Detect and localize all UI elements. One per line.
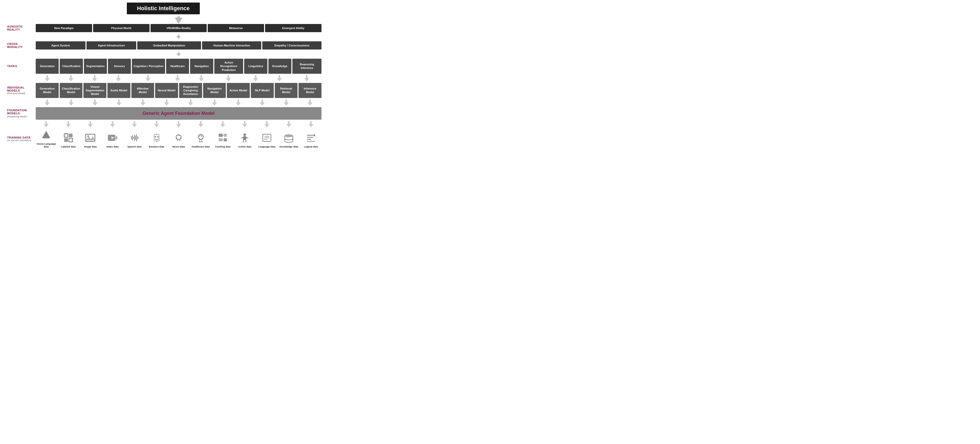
svg-marker-17	[175, 78, 180, 81]
foundation-label-sub: (Pretraining Model)	[7, 115, 34, 118]
cross-content: Agent System Agent Infrastructure Embodi…	[36, 41, 321, 49]
svg-marker-13	[116, 78, 121, 81]
arrow-row-indiv-found	[5, 99, 321, 106]
cross-cell-1: Agent Infrastructure	[86, 41, 136, 49]
foundation-text-span: Generic Agent Foundation Model	[143, 111, 215, 116]
arrow-f7	[190, 121, 211, 128]
indiv-cell-2: Vision/ Segmentation Model	[83, 83, 107, 98]
arrow-t1	[59, 75, 82, 82]
arrow-i2	[83, 99, 107, 106]
vision-language-icon	[41, 130, 51, 142]
indiv-cell-9: NLP Model	[251, 83, 274, 98]
arrow-t2	[83, 75, 106, 82]
svg-point-128	[243, 134, 246, 136]
svg-marker-67	[198, 124, 204, 127]
arrow-i0	[36, 99, 59, 106]
arrow-f0	[36, 121, 57, 128]
data-label-4: Speech data	[127, 145, 142, 148]
svg-marker-43	[212, 102, 217, 106]
indiv-cell-8: Action Model	[227, 83, 250, 98]
arrow-f9	[234, 121, 255, 128]
training-label-main: TRAINING DATA	[7, 136, 34, 139]
svg-marker-45	[236, 102, 241, 106]
arrow-row-found-train	[5, 121, 321, 128]
logical-icon	[306, 133, 316, 144]
data-label-2: Image data	[84, 145, 97, 148]
language-icon	[262, 133, 272, 144]
indiv-cell-5: Neural Model	[155, 83, 178, 98]
svg-point-90	[87, 135, 89, 137]
svg-marker-59	[110, 124, 115, 127]
svg-marker-57	[88, 124, 93, 127]
agnostic-cell-1: Physical World	[93, 24, 150, 32]
arrow-i10	[275, 99, 298, 106]
action-icon	[240, 133, 250, 144]
agnostic-content: New Paradigm Physical World VR/AR/Mix-Re…	[36, 24, 321, 32]
svg-point-105	[157, 136, 159, 138]
cross-modality-row: CROSS MODALITY Agent System Agent Infras…	[5, 41, 321, 49]
individual-label: INDIVIDUAL MODELS (Fine-tune Model)	[5, 83, 36, 98]
svg-marker-53	[44, 124, 49, 127]
svg-rect-122	[219, 134, 223, 137]
svg-marker-71	[242, 124, 247, 127]
task-cell-1: Classification	[60, 59, 83, 74]
data-cell-2: Image data	[80, 132, 101, 149]
data-label-6: Neuro data	[172, 145, 185, 148]
agnostic-cell-0: New Paradigm	[36, 24, 92, 32]
cross-cell-3: Human-Machine Interaction	[202, 41, 261, 49]
svg-point-118	[201, 136, 202, 137]
svg-marker-61	[132, 124, 137, 127]
data-label-5: Emotion data	[149, 145, 164, 148]
arrow-i1	[60, 99, 83, 106]
svg-marker-39	[164, 102, 169, 106]
svg-line-130	[241, 137, 243, 138]
svg-marker-31	[68, 102, 74, 106]
svg-rect-125	[224, 138, 227, 142]
arrow-t8	[244, 75, 267, 82]
svg-marker-77	[309, 124, 313, 127]
tasks-content: Generation Classification Segmentation S…	[36, 59, 321, 74]
individual-content: Generation Model Classification Model Vi…	[36, 83, 321, 98]
svg-marker-5	[176, 54, 181, 56]
arrow-i8	[227, 99, 250, 106]
task-cell-2: Segmentation	[84, 59, 107, 74]
agnostic-reality-row: AGNOSTIC REALITY New Paradigm Physical W…	[5, 24, 321, 32]
holistic-title-area: Holistic Intelligence	[5, 3, 321, 14]
svg-marker-63	[154, 124, 159, 127]
arrow-f12	[301, 121, 321, 128]
indiv-arrows-content	[36, 99, 321, 106]
svg-marker-73	[264, 124, 269, 127]
data-label-9: Action data	[238, 145, 251, 148]
task-arrows-content	[36, 75, 321, 82]
task-cell-3: Sensory	[108, 59, 131, 74]
data-cell-5: Emotion data	[146, 132, 167, 149]
indiv-cell-11: Inference Model	[299, 83, 321, 98]
data-cell-11: Knowledge data	[278, 132, 299, 149]
svg-marker-49	[284, 102, 289, 106]
data-label-3: Video data	[107, 145, 119, 148]
svg-rect-123	[219, 138, 223, 142]
data-cell-9: Action data	[234, 132, 255, 149]
svg-marker-0	[175, 18, 182, 24]
data-label-10: Language data	[258, 145, 275, 148]
svg-marker-33	[92, 102, 97, 106]
data-cell-0: Vision-Language data	[36, 129, 57, 149]
svg-marker-7	[45, 78, 50, 81]
svg-marker-89	[86, 136, 95, 140]
task-cell-8: Linguistics	[244, 59, 267, 74]
data-label-12: Logical data	[304, 145, 318, 148]
arrow-row-cross-tasks	[5, 51, 321, 58]
data-cell-6: Neuro data	[168, 132, 189, 149]
arrow-t5	[166, 75, 189, 82]
data-cell-1: Labeled data	[58, 132, 79, 149]
found-arrows-content	[36, 121, 321, 128]
foundation-label: FOUNDATION MODELS (Pretraining Model)	[5, 107, 36, 120]
individual-models-row: INDIVIDUAL MODELS (Fine-tune Model) Gene…	[5, 83, 321, 98]
arrow-t6	[190, 75, 213, 82]
arrow-f10	[256, 121, 277, 128]
agnostic-cell-4: Emergent Ability	[265, 24, 321, 32]
arrow-t0	[36, 75, 59, 82]
healthcare-icon	[196, 133, 206, 144]
svg-marker-19	[199, 78, 204, 81]
cross-label: CROSS MODALITY	[5, 41, 36, 49]
